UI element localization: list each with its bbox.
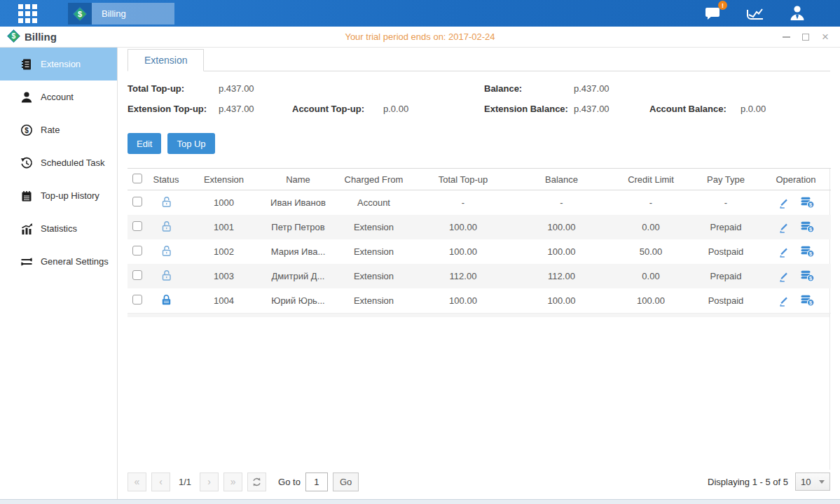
sidebar-item-label: Extension <box>41 59 81 69</box>
cell-total-topup: 100.00 <box>414 288 512 314</box>
minimize-button[interactable] <box>781 32 791 42</box>
topup-coins-icon[interactable]: $ <box>801 295 815 307</box>
lock-closed-icon <box>160 298 173 309</box>
chart-icon[interactable] <box>746 5 764 22</box>
topup-coins-icon[interactable]: $ <box>801 270 815 282</box>
topup-coins-icon[interactable]: $ <box>801 221 815 233</box>
col-balance: Balance <box>512 169 611 190</box>
summary-panel: Total Top-up: p.437.00 Balance: p.437.00… <box>128 83 830 114</box>
user-icon[interactable] <box>788 5 806 22</box>
total-topup-value: p.437.00 <box>219 83 292 94</box>
cell-pay-type: Postpaid <box>691 288 761 314</box>
chat-icon[interactable]: ! <box>704 5 722 22</box>
table-row[interactable]: 1003 Дмитрий Д... Extension 112.00 112.0… <box>128 264 831 288</box>
cell-charged-from: Account <box>333 190 414 216</box>
cell-extension: 1000 <box>185 190 263 216</box>
close-button[interactable]: × <box>820 32 830 42</box>
taskbar: $ Billing ! <box>0 0 840 27</box>
cell-total-topup: 112.00 <box>414 264 512 288</box>
lock-open-icon <box>160 200 173 211</box>
content-area: Extension Total Top-up: p.437.00 Balance… <box>118 48 840 499</box>
dollar-circle-icon: $ <box>20 124 33 136</box>
edit-pencil-icon[interactable] <box>778 295 790 307</box>
cell-extension: 1004 <box>185 288 263 314</box>
app-launcher-icon[interactable] <box>18 4 37 23</box>
topup-coins-icon[interactable]: $ <box>801 197 815 209</box>
sidebar: Extension Account $ Rate <box>0 48 118 499</box>
cell-name: Юрий Юрь... <box>263 288 333 314</box>
table-header-row: Status Extension Name Charged From Total… <box>128 169 831 190</box>
sidebar-item-account[interactable]: Account <box>0 80 117 113</box>
edit-pencil-icon[interactable] <box>778 270 790 282</box>
edit-pencil-icon[interactable] <box>778 246 790 258</box>
sliders-icon <box>20 255 33 268</box>
cell-extension: 1002 <box>185 239 263 264</box>
extension-balance-value: p.437.00 <box>574 104 649 114</box>
table-row[interactable]: 1002 Мария Ива... Extension 100.00 100.0… <box>128 239 831 264</box>
goto-page-input[interactable] <box>305 472 328 491</box>
cell-charged-from: Extension <box>333 264 414 288</box>
cell-balance: 100.00 <box>512 239 611 264</box>
cell-credit-limit: 50.00 <box>611 239 691 264</box>
table-row[interactable]: 1004 Юрий Юрь... Extension 100.00 100.00… <box>128 288 831 314</box>
go-button[interactable]: Go <box>333 472 359 491</box>
sidebar-item-label: Top-up History <box>41 190 99 201</box>
edit-pencil-icon[interactable] <box>778 221 790 233</box>
account-topup-label: Account Top-up: <box>292 104 383 114</box>
row-checkbox[interactable] <box>132 221 142 231</box>
notification-badge: ! <box>718 1 727 10</box>
bar-chart-icon <box>20 223 33 235</box>
taskbar-tab-billing[interactable]: $ Billing <box>68 3 174 24</box>
history-clock-icon <box>20 157 33 169</box>
account-balance-label: Account Balance: <box>649 104 741 114</box>
cell-name: Дмитрий Д... <box>263 264 333 288</box>
row-checkbox[interactable] <box>132 197 142 206</box>
cell-credit-limit: 100.00 <box>611 288 691 314</box>
cell-balance: - <box>512 190 611 216</box>
row-checkbox[interactable] <box>132 295 142 304</box>
sidebar-item-rate[interactable]: $ Rate <box>0 113 117 146</box>
edit-button[interactable]: Edit <box>128 133 161 154</box>
sidebar-item-extension[interactable]: Extension <box>0 48 117 80</box>
sidebar-item-scheduled-task[interactable]: Scheduled Task <box>0 146 117 179</box>
row-checkbox[interactable] <box>132 246 142 255</box>
cell-extension: 1003 <box>185 264 263 288</box>
page-size-select[interactable]: 10 <box>795 472 830 491</box>
ledger-icon <box>20 190 33 202</box>
cell-charged-from: Extension <box>333 239 414 264</box>
cell-credit-limit: 0.00 <box>611 215 691 239</box>
cell-total-topup: - <box>414 190 512 216</box>
cell-pay-type: Postpaid <box>691 239 761 264</box>
col-charged-from: Charged From <box>333 169 414 190</box>
sidebar-item-general-settings[interactable]: General Settings <box>0 245 117 278</box>
cell-status <box>147 288 185 314</box>
table-row[interactable]: 1000 Иван Иванов Account - - - - <box>128 190 831 216</box>
extension-balance-label: Extension Balance: <box>484 104 574 114</box>
edit-pencil-icon[interactable] <box>778 197 790 209</box>
goto-label: Go to <box>278 477 301 487</box>
page-indicator: 1/1 <box>179 477 191 487</box>
row-checkbox[interactable] <box>132 270 142 280</box>
maximize-button[interactable] <box>801 32 811 42</box>
trial-notice: Your trial period ends on: 2017-02-24 <box>345 31 495 42</box>
refresh-button[interactable] <box>247 472 266 491</box>
table-bottom-stripe <box>128 314 829 317</box>
first-page-button[interactable]: « <box>128 472 146 491</box>
col-status: Status <box>147 169 185 190</box>
tab-extension[interactable]: Extension <box>128 49 204 71</box>
extension-table: Status Extension Name Charged From Total… <box>128 168 831 314</box>
page-size-value: 10 <box>801 477 811 487</box>
sidebar-item-topup-history[interactable]: Top-up History <box>0 179 117 212</box>
select-all-checkbox[interactable] <box>132 174 142 183</box>
last-page-button[interactable]: » <box>223 472 242 491</box>
cell-extension: 1001 <box>185 215 263 239</box>
prev-page-button[interactable]: ‹ <box>151 472 170 491</box>
sidebar-item-statistics[interactable]: Statistics <box>0 212 117 245</box>
pagination-bar: « ‹ 1/1 › » Go to Go Displaying 1 - 5 of… <box>128 470 830 499</box>
top-up-button[interactable]: Top Up <box>167 133 214 154</box>
billing-diamond-icon: $ <box>7 29 20 45</box>
table-row[interactable]: 1001 Петр Петров Extension 100.00 100.00… <box>128 215 831 239</box>
sidebar-item-label: Account <box>41 92 74 102</box>
next-page-button[interactable]: › <box>200 472 219 491</box>
topup-coins-icon[interactable]: $ <box>801 246 815 258</box>
